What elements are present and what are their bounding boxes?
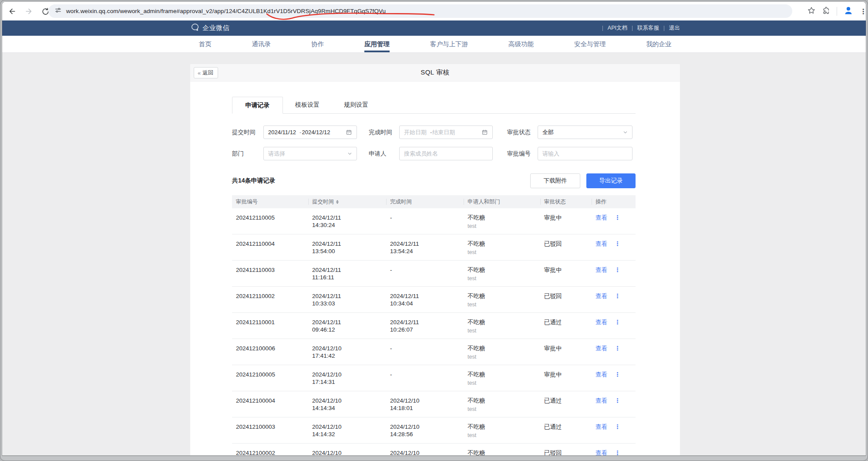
nav-item[interactable]: 客户与上下游	[430, 36, 468, 52]
cell-status: 审批中	[540, 208, 592, 234]
row-more-actions-icon[interactable]: ⋮	[615, 449, 621, 455]
nav-item[interactable]: 首页	[199, 36, 212, 52]
cell-status: 审批中	[540, 261, 592, 286]
forward-icon[interactable]	[23, 6, 34, 17]
header-submit-time[interactable]: 提交时间	[308, 195, 386, 208]
table-row: 202412100005 2024/12/1017:14:31 - 不吃糖tes…	[232, 365, 636, 391]
row-more-actions-icon[interactable]: ⋮	[615, 292, 621, 300]
chevron-down-icon	[347, 151, 352, 156]
url-text[interactable]: work.weixin.qq.com/wework_admin/frame#ap…	[66, 8, 386, 14]
view-link[interactable]: 查看	[595, 423, 607, 430]
profile-avatar-icon[interactable]	[843, 5, 854, 17]
header-approval-id: 审批编号	[232, 195, 308, 208]
table-row: 202412100006 2024/12/1017:41:42 - 不吃糖tes…	[232, 339, 636, 365]
cell-approval-id: 202412100005	[232, 365, 308, 391]
topbar-link[interactable]: API文档	[598, 24, 627, 32]
status-text: 已通过	[544, 397, 592, 404]
row-more-actions-icon[interactable]: ⋮	[615, 345, 621, 352]
row-more-actions-icon[interactable]: ⋮	[615, 319, 621, 326]
finish-start-placeholder[interactable]: 开始日期	[404, 129, 427, 136]
row-more-actions-icon[interactable]: ⋮	[615, 214, 621, 221]
cell-applicant: 不吃糖	[464, 444, 540, 455]
view-link[interactable]: 查看	[595, 214, 607, 221]
row-more-actions-icon[interactable]: ⋮	[615, 240, 621, 247]
view-link[interactable]: 查看	[595, 345, 607, 352]
cell-status: 已通过	[540, 313, 592, 339]
submit-start-date[interactable]: 2024/11/12	[268, 129, 296, 136]
nav-item[interactable]: 安全与管理	[574, 36, 606, 52]
download-attachments-button[interactable]: 下载附件	[530, 173, 580, 188]
bookmark-star-icon[interactable]	[807, 6, 816, 17]
cell-finish-time: -	[386, 339, 464, 365]
page-background: « 返回 SQL 审核 申请记录 模板设置 规则设置	[2, 53, 866, 455]
tab[interactable]: 模板设置	[283, 97, 332, 113]
extensions-icon[interactable]	[822, 6, 831, 17]
view-link[interactable]: 查看	[595, 266, 607, 274]
nav-item[interactable]: 我的企业	[646, 36, 672, 52]
view-link[interactable]: 查看	[595, 371, 607, 378]
table-row: 202412110001 2024/12/1109:46:12 2024/12/…	[232, 313, 636, 339]
nav-item[interactable]: 协作	[311, 36, 324, 52]
nav-item[interactable]: 高级功能	[508, 36, 534, 52]
cell-submit-time: 2024/12/1113:54:00	[308, 234, 386, 260]
tab[interactable]: 规则设置	[332, 97, 380, 113]
cell-applicant: 不吃糖test	[464, 313, 540, 339]
calendar-icon[interactable]	[346, 129, 352, 136]
row-more-actions-icon[interactable]: ⋮	[615, 423, 621, 430]
url-bar[interactable]: work.weixin.qq.com/wework_admin/frame#ap…	[48, 4, 792, 18]
finish-time-range-picker[interactable]: 开始日期 - 结束日期	[399, 125, 493, 139]
link-divider	[664, 26, 664, 31]
back-icon[interactable]	[7, 6, 18, 17]
cell-status: 审批中	[540, 365, 592, 391]
browser-menu-icon[interactable]: ⋮	[860, 7, 864, 16]
view-link[interactable]: 查看	[595, 240, 607, 247]
status-text: 审批中	[544, 345, 592, 352]
cell-finish-time: 2024/12/10	[386, 444, 464, 455]
view-link[interactable]: 查看	[595, 449, 607, 455]
row-more-actions-icon[interactable]: ⋮	[615, 397, 621, 404]
applicant-search-field[interactable]	[399, 147, 493, 160]
brand[interactable]: 企业微信	[190, 23, 229, 34]
nav-item[interactable]: 通讯录	[252, 36, 271, 52]
department-select[interactable]: 请选择	[263, 147, 357, 160]
view-link[interactable]: 查看	[595, 292, 607, 300]
site-info-icon[interactable]	[54, 7, 62, 16]
cell-actions: 查看 ⋮	[592, 234, 636, 260]
row-more-actions-icon[interactable]: ⋮	[615, 371, 621, 378]
cell-approval-id: 202412100003	[232, 417, 308, 443]
nav-item[interactable]: 应用管理	[364, 36, 390, 52]
card-header: « 返回 SQL 审核	[190, 64, 680, 81]
topbar: 企业微信 API文档 联系客服 退出	[2, 20, 866, 36]
browser-window: work.weixin.qq.com/wework_admin/frame#ap…	[0, 0, 868, 461]
back-button[interactable]: « 返回	[194, 67, 218, 78]
cell-finish-time: -	[386, 365, 464, 391]
main-nav: 首页 通讯录 协作 应用管理 客户与上下游 高级功能 安全与管理 我的企业	[2, 36, 866, 53]
approval-no-field[interactable]	[538, 147, 632, 160]
status-text: 审批中	[544, 371, 592, 378]
filters: 提交时间 2024/11/12 - 2024/12/12	[232, 125, 636, 160]
submit-time-range-picker[interactable]: 2024/11/12 - 2024/12/12	[263, 125, 357, 139]
cell-approval-id: 202412100006	[232, 339, 308, 365]
topbar-link[interactable]: 退出	[659, 24, 680, 32]
cell-approval-id: 202412100004	[232, 391, 308, 417]
cell-finish-time: 2024/12/1110:26:07	[386, 313, 464, 339]
table-row: 202412110002 2024/12/1110:33:03 2024/12/…	[232, 287, 636, 313]
view-link[interactable]: 查看	[595, 319, 607, 326]
view-link[interactable]: 查看	[595, 397, 607, 404]
applicant-search-input[interactable]	[404, 150, 488, 157]
tab[interactable]: 申请记录	[232, 97, 283, 114]
header-status: 审批状态	[540, 195, 592, 208]
approval-no-input[interactable]	[542, 150, 628, 157]
table-body: 202412110005 2024/12/1114:30:24 - 不吃糖tes…	[232, 208, 636, 455]
topbar-link[interactable]: 联系客服	[627, 24, 659, 32]
submit-end-date[interactable]: 2024/12/12	[302, 129, 330, 136]
row-more-actions-icon[interactable]: ⋮	[615, 266, 621, 274]
sort-icon[interactable]	[336, 200, 339, 204]
table-row: 202412100003 2024/12/1014:14:32 2024/12/…	[232, 417, 636, 444]
approval-status-select[interactable]: 全部	[538, 125, 632, 139]
export-records-button[interactable]: 导出记录	[586, 173, 636, 188]
cell-submit-time: 2024/12/1110:33:03	[308, 287, 386, 312]
finish-end-placeholder[interactable]: 结束日期	[432, 129, 455, 136]
calendar-icon[interactable]	[481, 129, 488, 136]
list-toolbar: 共14条申请记录 下载附件 导出记录	[232, 173, 636, 188]
